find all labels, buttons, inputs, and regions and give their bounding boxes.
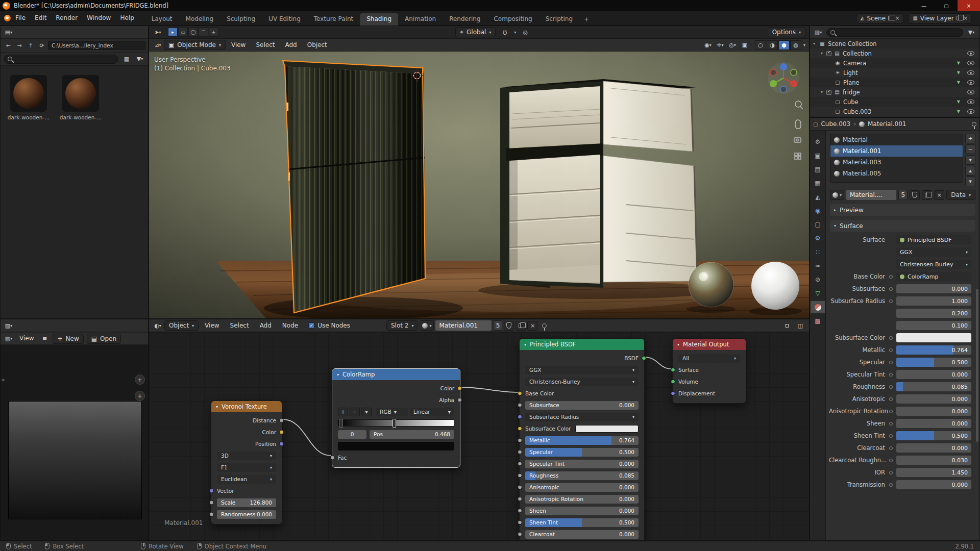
input-socket[interactable] bbox=[209, 512, 214, 517]
nav-back-button[interactable]: ← bbox=[3, 41, 13, 51]
node-field[interactable]: Clearcoat 0.000 ▾ bbox=[525, 530, 639, 539]
property-field[interactable]: 0.500 ▾ bbox=[896, 358, 971, 367]
tab-constraints[interactable]: ⊘ bbox=[811, 273, 825, 286]
property-field[interactable]: 0.000 ▾ bbox=[896, 394, 971, 404]
use-nodes-checkbox[interactable]: ✓Use Nodes bbox=[308, 322, 350, 329]
shader-menu-item[interactable]: Node bbox=[278, 319, 303, 333]
node-field[interactable]: Sheen 0.000 ▾ bbox=[525, 507, 639, 515]
outliner-search-input[interactable] bbox=[826, 28, 963, 37]
node-field[interactable]: Anisotropic 0.000 ▾ bbox=[525, 483, 639, 492]
property-field[interactable]: 0.085 ▾ bbox=[896, 382, 971, 391]
asset-thumbnail[interactable] bbox=[10, 75, 47, 112]
disclosure-triangle-icon[interactable]: ▾ bbox=[821, 90, 826, 94]
hide-eye-icon[interactable] bbox=[967, 61, 974, 65]
node-field[interactable]: Base Color ▾ bbox=[525, 389, 639, 398]
editor-type-icon[interactable]: ▤ ▾ bbox=[4, 28, 14, 37]
gizmo-z-axis[interactable] bbox=[780, 63, 787, 70]
tab-object[interactable]: ▢ bbox=[811, 218, 825, 231]
node-field[interactable]: Metallic 0.764 ▾ bbox=[525, 436, 639, 445]
decorator-dot-icon[interactable] bbox=[889, 397, 893, 401]
tab-tool[interactable]: ⚙ bbox=[811, 136, 825, 148]
duplicate-material-icon[interactable] bbox=[922, 190, 932, 200]
remove-stop-button[interactable]: − bbox=[350, 408, 360, 416]
preview-panel-header[interactable]: ▸Preview bbox=[830, 204, 975, 216]
principled-bsdf-node[interactable]: ▾ Principled BSDF BSDF GGX ▾ bbox=[519, 338, 645, 541]
close-button[interactable]: × bbox=[958, 0, 980, 11]
slot-move-down-button[interactable]: ▾ bbox=[965, 177, 975, 186]
scene-selector[interactable]: ◭ Scene × bbox=[856, 13, 904, 23]
snap-magnet-icon[interactable]: Ω bbox=[500, 28, 510, 37]
viewport-menu-item[interactable]: View bbox=[227, 38, 250, 52]
input-socket[interactable] bbox=[518, 532, 522, 537]
shader-menu-item[interactable]: Add bbox=[255, 319, 276, 333]
property-field[interactable]: 1.450 ▾ bbox=[896, 468, 971, 477]
material-browse-button[interactable]: ▾ bbox=[830, 190, 844, 200]
colorramp-node[interactable]: ▾ ColorRamp Color Alpha + − bbox=[332, 368, 460, 468]
color-mode-dropdown[interactable]: RGB▾ bbox=[376, 408, 408, 416]
decorator-dot-icon[interactable] bbox=[889, 299, 893, 303]
scale-field[interactable]: Scale 126.800 bbox=[217, 498, 276, 507]
material-output-node[interactable]: ▾ Material Output All▾ Surface Volume bbox=[672, 338, 746, 404]
pin-icon[interactable] bbox=[972, 122, 976, 127]
tab-world[interactable]: ◉ bbox=[811, 205, 825, 217]
node-field[interactable]: Anisotropic Rotation 0.000 ▾ bbox=[525, 495, 639, 504]
new-image-button[interactable]: + New bbox=[53, 334, 83, 344]
ramp-stop[interactable] bbox=[339, 419, 343, 428]
box-select-mode-button[interactable]: ▭ bbox=[178, 28, 188, 37]
color-swatch[interactable] bbox=[575, 425, 639, 433]
input-socket[interactable] bbox=[518, 427, 522, 431]
input-socket[interactable] bbox=[518, 485, 522, 490]
input-socket[interactable] bbox=[518, 509, 522, 513]
property-field[interactable]: 0.100 ▾ bbox=[896, 321, 971, 330]
ramp-stop-active[interactable] bbox=[393, 419, 396, 428]
node-field[interactable]: Subsurface Radius ▾ bbox=[525, 413, 639, 421]
node-field[interactable]: GGX ▾ bbox=[525, 366, 639, 374]
workspace-tab[interactable]: Layout bbox=[145, 13, 179, 26]
maximize-button[interactable]: ▢ bbox=[935, 0, 958, 11]
tab-material[interactable] bbox=[811, 301, 825, 313]
remove-slot-button[interactable]: − bbox=[965, 144, 975, 154]
property-field[interactable]: GGX ▾ bbox=[896, 247, 971, 257]
input-socket[interactable] bbox=[671, 380, 675, 384]
feature-dropdown[interactable]: F1▾ bbox=[211, 462, 282, 473]
input-socket[interactable] bbox=[671, 391, 675, 396]
workspace-tab[interactable]: Texture Paint bbox=[307, 13, 360, 26]
add-stop-button[interactable]: + bbox=[338, 408, 348, 416]
sidebar-expand-icon[interactable]: » bbox=[2, 377, 5, 383]
outliner-row[interactable]: ▾ Cube.003 ▼ bbox=[810, 107, 979, 116]
decorator-dot-icon[interactable] bbox=[889, 287, 893, 291]
viewport-editor-icon[interactable]: ⊿ ▾ bbox=[153, 40, 163, 50]
interpolation-dropdown[interactable]: Linear▾ bbox=[410, 408, 454, 416]
collapse-icon[interactable]: ▾ bbox=[677, 342, 679, 347]
fake-user-shield-icon[interactable] bbox=[910, 190, 920, 200]
property-field[interactable]: 0.500 ▾ bbox=[896, 431, 971, 440]
tab-view-layer[interactable]: ▦ bbox=[811, 177, 825, 189]
collapse-icon[interactable]: ▾ bbox=[524, 342, 526, 347]
hide-eye-icon[interactable] bbox=[967, 80, 974, 85]
outliner-row[interactable]: ▾ Camera ▼ bbox=[810, 58, 979, 68]
output-socket[interactable] bbox=[279, 442, 284, 446]
decorator-dot-icon[interactable] bbox=[889, 275, 893, 279]
property-field[interactable]: 0.000 ▾ bbox=[896, 419, 971, 428]
decorator-dot-icon[interactable] bbox=[889, 336, 893, 340]
viewport-menu-item[interactable]: Select bbox=[251, 38, 279, 52]
workspace-tab[interactable]: Rendering bbox=[443, 13, 487, 26]
shader-editor-icon[interactable]: ◐ ▾ bbox=[153, 321, 163, 331]
transform-orientation-dropdown[interactable]: ⌖ Global ▾ bbox=[455, 27, 496, 37]
tab-texture[interactable]: ▩ bbox=[811, 315, 825, 327]
decorator-dot-icon[interactable] bbox=[889, 446, 893, 450]
nav-forward-button[interactable]: → bbox=[14, 41, 24, 51]
data-source-dropdown[interactable]: Data▾ bbox=[946, 190, 975, 200]
gizmo-y-axis[interactable] bbox=[770, 80, 777, 87]
workspace-tab[interactable]: Scripting bbox=[539, 13, 579, 26]
input-socket[interactable] bbox=[209, 489, 214, 493]
tab-physics[interactable]: ≈ bbox=[811, 260, 825, 272]
workspace-tab[interactable]: Shading bbox=[360, 13, 398, 26]
pan-tool-icon[interactable]: ✛ bbox=[135, 391, 145, 401]
disclosure-triangle-icon[interactable]: ▾ bbox=[821, 51, 826, 56]
input-socket[interactable] bbox=[209, 500, 214, 505]
property-field[interactable]: 0.000 ▾ bbox=[896, 370, 971, 379]
node-header[interactable]: ▾ Voronoi Texture bbox=[211, 401, 282, 412]
hide-eye-icon[interactable] bbox=[967, 109, 974, 114]
dimensions-dropdown[interactable]: 3D▾ bbox=[211, 450, 282, 461]
